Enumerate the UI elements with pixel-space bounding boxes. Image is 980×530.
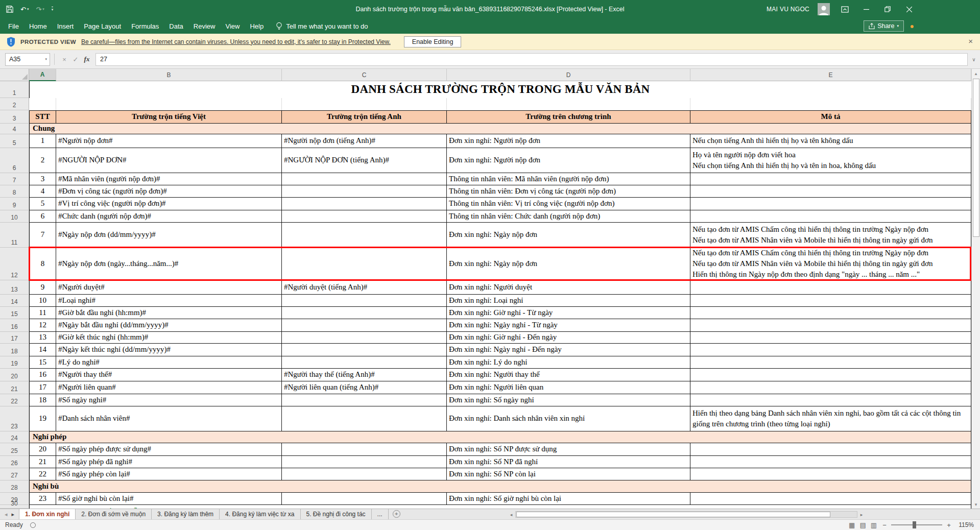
select-all-corner[interactable] xyxy=(0,69,29,81)
next-sheet-icon[interactable]: ▸ xyxy=(12,511,15,518)
cell-stt[interactable]: 23 xyxy=(29,493,56,505)
cell-description[interactable] xyxy=(690,319,971,332)
cell-stt[interactable]: 2 xyxy=(29,148,56,173)
cell-program-field[interactable]: Đơn xin nghỉ: Số NP được sử dụng xyxy=(447,443,690,456)
cell-vietnamese-field[interactable]: #Danh sách nhân viên# xyxy=(56,406,282,431)
cell-description[interactable] xyxy=(690,456,971,468)
sheet-tab-3[interactable]: 3. Đăng ký làm thêm xyxy=(152,509,220,519)
cell-vietnamese-field[interactable]: #Đơn vị công tác (người nộp đơn)# xyxy=(56,185,282,198)
row-header-27[interactable]: 27 xyxy=(0,468,29,480)
row-header-11[interactable]: 11 xyxy=(0,223,29,248)
cell-program-field[interactable]: Thông tin nhân viên: Chức danh (người nộ… xyxy=(447,210,690,223)
section-cell[interactable]: Nghỉ bù xyxy=(29,480,971,493)
avatar[interactable] xyxy=(818,3,830,15)
cell-vietnamese-field[interactable]: #Giờ bắt đầu nghỉ (hh:mm)# xyxy=(56,307,282,319)
sheet-title[interactable]: DANH SÁCH TRƯỜNG TRỘN TRONG MẪU VĂN BẢN xyxy=(29,81,971,98)
cell-vietnamese-field[interactable]: #Ngày nộp đơn (dd/mm/yyyy)# xyxy=(56,223,282,248)
cell-english-field[interactable] xyxy=(282,468,447,480)
cell-program-field[interactable]: Đơn xin nghỉ: Số NP đã nghỉ xyxy=(447,456,690,468)
cell-description[interactable] xyxy=(690,356,971,369)
cell-description[interactable] xyxy=(690,443,971,456)
ribbon-display-options-icon[interactable] xyxy=(838,3,851,16)
cell-vietnamese-field[interactable]: #Số ngày phép được sử dụng# xyxy=(56,443,282,456)
close-button[interactable] xyxy=(902,3,916,16)
minimize-button[interactable] xyxy=(859,3,873,16)
cell-english-field[interactable]: #NGƯỜI NỘP ĐƠN (tiếng Anh)# xyxy=(282,148,447,173)
ribbon-tab-insert[interactable]: Insert xyxy=(52,18,79,34)
cell-description[interactable]: Nếu chọn tiếng Anh thì hiển thị họ và tê… xyxy=(690,134,971,148)
cell-vietnamese-field[interactable]: #Lý do nghỉ# xyxy=(56,356,282,369)
cell-stt[interactable]: 15 xyxy=(29,356,56,369)
cell-description[interactable] xyxy=(690,332,971,344)
tell-me-box[interactable]: Tell me what you want to do xyxy=(276,22,368,31)
cell-program-field[interactable]: Đơn xin nghỉ: Lý do nghỉ xyxy=(447,356,690,369)
zoom-slider-thumb[interactable] xyxy=(913,521,916,528)
cell-english-field[interactable] xyxy=(282,332,447,344)
column-header-A[interactable]: A xyxy=(29,69,56,81)
cell-stt[interactable]: 22 xyxy=(29,468,56,480)
cell-english-field[interactable]: #Người thay thế (tiếng Anh)# xyxy=(282,369,447,381)
cell-description[interactable] xyxy=(690,173,971,185)
row-header-9[interactable]: 9 xyxy=(0,198,29,210)
row-header-25[interactable]: 25 xyxy=(0,443,29,456)
cell-vietnamese-field[interactable]: #Giờ kết thúc nghỉ (hh:mm)# xyxy=(56,332,282,344)
cell-description[interactable] xyxy=(690,344,971,356)
horizontal-scrollbar[interactable]: ◂ ▸ xyxy=(507,511,866,518)
cell-stt[interactable]: 5 xyxy=(29,198,56,210)
row-header-13[interactable]: 13 xyxy=(0,280,29,295)
cell-vietnamese-field[interactable]: #Người duyệt# xyxy=(56,280,282,295)
cell-stt[interactable]: 11 xyxy=(29,307,56,319)
cell-vietnamese-field[interactable]: #NGƯỜI NỘP ĐƠN# xyxy=(56,148,282,173)
zoom-slider[interactable] xyxy=(891,524,942,525)
cell-stt[interactable]: 18 xyxy=(29,394,56,406)
restore-button[interactable] xyxy=(881,3,894,16)
view-normal-icon[interactable]: ▦ xyxy=(849,521,855,529)
cell-english-field[interactable] xyxy=(282,456,447,468)
row-header-23[interactable]: 23 xyxy=(0,406,29,431)
cell-program-field[interactable]: Đơn xin nghỉ: Người duyệt xyxy=(447,280,690,295)
cell-stt[interactable]: 12 xyxy=(29,319,56,332)
cell-stt[interactable]: 14 xyxy=(29,344,56,356)
formula-bar-expand-icon[interactable]: ∨ xyxy=(968,57,980,62)
row-header-6[interactable]: 6 xyxy=(0,148,29,173)
column-header-D[interactable]: D xyxy=(447,69,690,81)
cell-vietnamese-field[interactable]: #Người liên quan# xyxy=(56,381,282,394)
formula-input[interactable]: 27 xyxy=(95,53,968,66)
cell-english-field[interactable] xyxy=(282,344,447,356)
cell-vietnamese-field[interactable]: #Số giờ nghỉ bù còn lại# xyxy=(56,493,282,505)
ribbon-tab-formulas[interactable]: Formulas xyxy=(126,18,164,34)
undo-button[interactable]: ↶▾ xyxy=(20,6,29,13)
cell-english-field[interactable] xyxy=(282,210,447,223)
row-header-22[interactable]: 22 xyxy=(0,394,29,406)
cell-vietnamese-field[interactable]: #Số ngày phép đã nghỉ# xyxy=(56,456,282,468)
cell-program-field[interactable]: Đơn xin nghỉ: Người nộp đơn xyxy=(447,148,690,173)
cell-english-field[interactable] xyxy=(282,295,447,307)
row-header-14[interactable]: 14 xyxy=(0,295,29,307)
row-header-17[interactable]: 17 xyxy=(0,332,29,344)
cell-program-field[interactable]: Đơn xin nghỉ: Số ngày nghỉ xyxy=(447,394,690,406)
scroll-down-icon[interactable]: ▾ xyxy=(972,500,980,509)
cell-program-field[interactable]: Thông tin nhân viên: Mã nhân viên (người… xyxy=(447,173,690,185)
cell-program-field[interactable]: Đơn xin nghỉ: Số giờ nghỉ bù còn lại xyxy=(447,493,690,505)
cell-stt[interactable]: 16 xyxy=(29,369,56,381)
cell-description[interactable]: Nếu tạo đơn từ AMIS Chấm công thì hiển t… xyxy=(690,223,971,248)
scroll-up-icon[interactable]: ▴ xyxy=(972,69,980,78)
cell-program-field[interactable]: Đơn xin nghỉ: Danh sách nhân viên xin ng… xyxy=(447,406,690,431)
column-header-B[interactable]: B xyxy=(56,69,282,81)
cell-english-field[interactable] xyxy=(282,248,447,280)
sheet-tab-2[interactable]: 2. Đơn đi sớm về muộn xyxy=(76,509,152,519)
row-header-2[interactable]: 2 xyxy=(0,98,29,110)
ribbon-tab-view[interactable]: View xyxy=(220,18,245,34)
cell-vietnamese-field[interactable]: #Ngày bắt đầu nghỉ (dd/mm/yyyy)# xyxy=(56,319,282,332)
cell-description[interactable] xyxy=(690,381,971,394)
cell-stt[interactable]: 21 xyxy=(29,456,56,468)
cell-english-field[interactable] xyxy=(282,356,447,369)
column-header-C[interactable]: C xyxy=(282,69,447,81)
empty-cell[interactable] xyxy=(56,98,282,110)
view-page-layout-icon[interactable]: ▤ xyxy=(859,521,866,529)
prev-sheet-icon[interactable]: ◂ xyxy=(5,511,8,518)
cell-vietnamese-field[interactable]: #Vị trí công việc (người nộp đơn)# xyxy=(56,198,282,210)
row-header-10[interactable]: 10 xyxy=(0,210,29,223)
cell-english-field[interactable] xyxy=(282,198,447,210)
vertical-scroll-thumb[interactable] xyxy=(973,79,979,237)
